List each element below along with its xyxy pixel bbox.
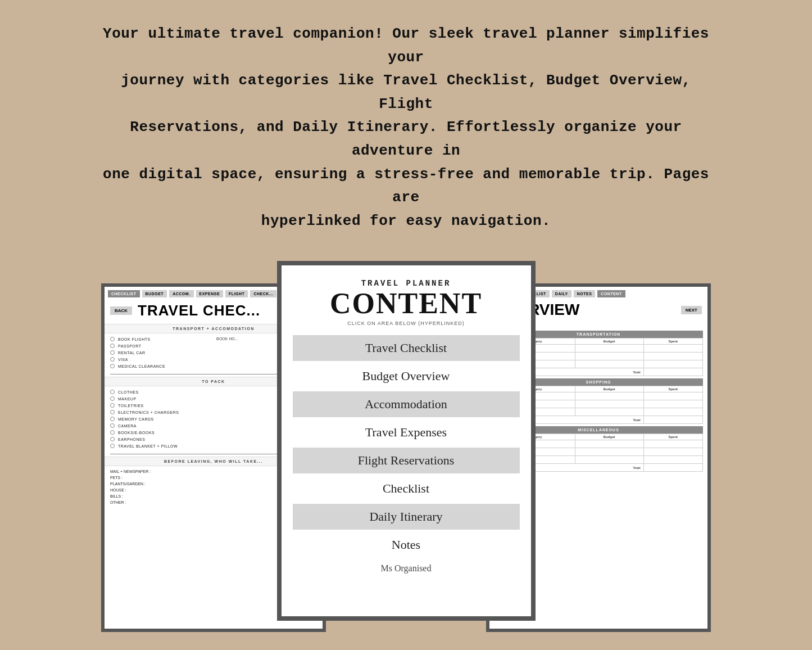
col-budget: Budget	[575, 386, 643, 392]
headline-text: Your ultimate travel companion! Our slee…	[97, 22, 715, 233]
item-electronics: ELECTRONICS + CHARGERS	[118, 410, 179, 414]
content-links-list: Travel Checklist Budget Overview Accommo…	[293, 335, 520, 558]
item-books: BOOKS/E-BOOKS	[118, 431, 155, 435]
check-circle	[110, 344, 115, 348]
check-circle	[110, 350, 115, 355]
check-circle	[110, 437, 115, 441]
tab-budget[interactable]: BUDGET	[142, 290, 167, 297]
item-memory-cards: MEMORY CARDS	[118, 417, 154, 421]
tab-check-extra[interactable]: CHECK...	[250, 290, 276, 297]
left-title: TRAVEL CHEC...	[138, 302, 260, 319]
item-passport: PASSPORT	[118, 344, 141, 348]
item-camera: CAMERA	[118, 424, 137, 428]
item-clothes: CLOTHES	[118, 390, 139, 394]
check-circle	[110, 364, 115, 368]
check-circle	[110, 423, 115, 428]
tab-content-right[interactable]: CONTENT	[597, 290, 625, 297]
tab-daily[interactable]: DAILY	[552, 290, 571, 297]
checklist-item: RENTAL CAR	[110, 349, 211, 356]
check-circle	[110, 430, 115, 435]
check-circle	[110, 410, 115, 414]
link-budget-overview[interactable]: Budget Overview	[293, 363, 520, 389]
link-travel-checklist[interactable]: Travel Checklist	[293, 335, 520, 361]
link-notes[interactable]: Notes	[293, 532, 520, 558]
check-circle	[110, 396, 115, 401]
content-subtitle: TRAVEL PLANNER	[361, 279, 451, 288]
col-budget: Budget	[575, 434, 643, 440]
col-spent: Spent	[643, 386, 702, 392]
center-page: TRAVEL PLANNER CONTENT CLICK ON AREA BEL…	[277, 261, 536, 621]
content-click-label: CLICK ON AREA BELOW (HYPERLINKED)	[347, 321, 465, 326]
check-circle	[110, 337, 115, 341]
item-earphones: EARPHONES	[118, 437, 145, 441]
pages-container: CHECKLIST BUDGET ACCOM. EXPENSE FLIGHT C…	[34, 261, 778, 643]
center-page-inner: TRAVEL PLANNER CONTENT CLICK ON AREA BEL…	[282, 265, 531, 616]
check-circle	[110, 390, 115, 394]
check-circle	[110, 357, 115, 362]
tab-checklist[interactable]: CHECKLIST	[108, 290, 140, 297]
item-visa: VISA	[118, 358, 128, 362]
item-medical: MEDICAL CLEARANCE	[118, 364, 165, 368]
link-daily-itinerary[interactable]: Daily Itinerary	[293, 504, 520, 530]
item-rental-car: RENTAL CAR	[118, 351, 146, 355]
back-button[interactable]: BACK	[110, 306, 132, 315]
total-value	[643, 416, 702, 424]
item-book-flights: BOOK FLIGHTS	[118, 337, 151, 341]
link-flight-reservations[interactable]: Flight Reservations	[293, 448, 520, 473]
checklist-item: VISA	[110, 356, 211, 363]
item-blanket: TRAVEL BLANKET + PILLOW	[118, 444, 178, 448]
checklist-item: PASSPORT	[110, 342, 211, 349]
tab-notes[interactable]: NOTES	[574, 290, 596, 297]
link-travel-expenses[interactable]: Travel Expenses	[293, 419, 520, 445]
tab-flight[interactable]: FLIGHT	[225, 290, 248, 297]
check-circle	[110, 444, 115, 448]
tab-expense[interactable]: EXPENSE	[196, 290, 224, 297]
col-budget: Budget	[575, 338, 643, 345]
content-brand: Ms Organised	[381, 563, 432, 574]
content-title: CONTENT	[330, 289, 482, 318]
tab-accom[interactable]: ACCOM.	[169, 290, 193, 297]
total-value	[643, 464, 702, 472]
col-spent: Spent	[643, 338, 702, 345]
item-makeup: MAKEUP	[118, 397, 137, 401]
next-button[interactable]: NEXT	[681, 306, 702, 314]
item-toiletries: TOILETRIES	[118, 404, 144, 408]
check-circle	[110, 417, 115, 421]
total-value	[643, 368, 702, 376]
checklist-item: BOOK FLIGHTS	[110, 336, 211, 342]
link-accommodation[interactable]: Accommodation	[293, 391, 520, 417]
col-spent: Spent	[643, 434, 702, 440]
check-circle	[110, 403, 115, 408]
checklist-item: MEDICAL CLEARANCE	[110, 363, 211, 369]
link-checklist[interactable]: Checklist	[293, 476, 520, 502]
